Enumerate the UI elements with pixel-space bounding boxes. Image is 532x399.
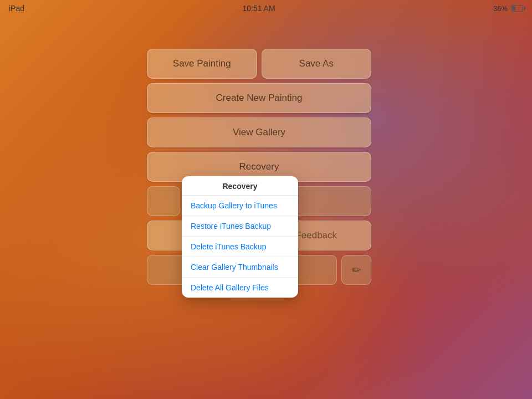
save-painting-button[interactable]: Save Painting xyxy=(147,49,257,79)
dropdown-header: Recovery xyxy=(182,176,298,196)
view-gallery-button[interactable]: View Gallery xyxy=(147,117,371,147)
battery-percent: 36% xyxy=(493,4,508,13)
delete-all-gallery-files-item[interactable]: Delete All Gallery Files xyxy=(182,278,298,298)
recovery-dropdown: Recovery Backup Gallery to iTunes Restor… xyxy=(182,176,298,298)
backup-gallery-itunes-item[interactable]: Backup Gallery to iTunes xyxy=(182,196,298,216)
pencil-button[interactable]: ✏ xyxy=(341,255,371,285)
pencil-icon: ✏ xyxy=(352,263,361,277)
battery-body xyxy=(511,5,523,12)
restore-itunes-backup-item[interactable]: Restore iTunes Backup xyxy=(182,216,298,237)
battery-fill xyxy=(512,6,515,11)
status-right: 36% xyxy=(493,4,523,13)
save-as-button[interactable]: Save As xyxy=(262,49,372,79)
save-row: Save Painting Save As xyxy=(147,49,371,79)
device-name: iPad xyxy=(9,4,24,13)
status-time: 10:51 AM xyxy=(242,4,275,13)
create-new-painting-button[interactable]: Create New Painting xyxy=(147,83,371,113)
status-bar: iPad 10:51 AM 36% xyxy=(0,0,532,17)
partial-artrage xyxy=(147,186,180,216)
delete-itunes-backup-item[interactable]: Delete iTunes Backup xyxy=(182,237,298,257)
battery-icon xyxy=(511,5,523,12)
clear-gallery-thumbnails-item[interactable]: Clear Gallery Thumbnails xyxy=(182,257,298,278)
